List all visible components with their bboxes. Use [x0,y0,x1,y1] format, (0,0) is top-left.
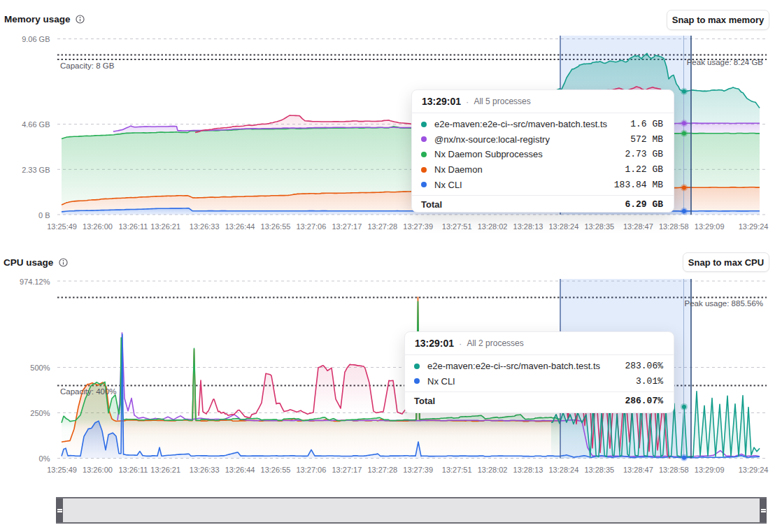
svg-text:Peak usage: 8.24 GB: Peak usage: 8.24 GB [687,58,764,66]
svg-text:2.33 GB: 2.33 GB [22,166,50,174]
svg-text:Peak usage: 885.56%: Peak usage: 885.56% [684,299,763,308]
svg-text:13:29:24: 13:29:24 [739,222,769,231]
svg-text:13:28:13: 13:28:13 [513,222,543,231]
svg-text:13:27:28: 13:27:28 [367,222,397,231]
svg-text:13:27:51: 13:27:51 [442,466,472,474]
svg-text:13:26:21: 13:26:21 [150,466,180,474]
svg-text:13:29:09: 13:29:09 [695,222,725,231]
svg-text:13:26:55: 13:26:55 [261,466,291,474]
svg-text:13:28:58: 13:28:58 [659,466,689,474]
svg-text:13:26:33: 13:26:33 [190,466,220,474]
svg-text:500%: 500% [30,364,50,372]
svg-text:13:28:13: 13:28:13 [513,466,543,474]
svg-text:13:27:28: 13:27:28 [367,466,397,474]
svg-text:Capacity: 400%: Capacity: 400% [60,387,117,396]
svg-text:13:27:39: 13:27:39 [403,222,433,231]
svg-text:13:27:17: 13:27:17 [332,222,362,231]
svg-text:13:26:33: 13:26:33 [190,222,220,231]
svg-text:13:28:47: 13:28:47 [623,222,653,231]
svg-text:0%: 0% [39,454,50,463]
svg-text:13:29:09: 13:29:09 [695,466,725,474]
svg-text:13:27:06: 13:27:06 [296,222,326,231]
svg-text:974.12%: 974.12% [20,278,50,286]
svg-text:13:27:39: 13:27:39 [403,466,433,474]
svg-text:4.66 GB: 4.66 GB [22,120,50,129]
svg-text:13:26:44: 13:26:44 [225,466,255,474]
svg-text:13:27:06: 13:27:06 [296,466,326,474]
svg-text:13:26:44: 13:26:44 [225,222,255,231]
svg-text:13:28:02: 13:28:02 [478,466,508,474]
svg-text:13:27:17: 13:27:17 [332,466,362,474]
svg-text:9.06 GB: 9.06 GB [22,35,50,43]
svg-text:13:28:58: 13:28:58 [659,222,689,231]
svg-text:Capacity: 8 GB: Capacity: 8 GB [60,62,115,70]
svg-text:13:28:24: 13:28:24 [548,466,578,474]
svg-text:13:26:11: 13:26:11 [118,466,148,474]
svg-text:250%: 250% [30,409,50,417]
svg-text:13:26:00: 13:26:00 [83,466,113,474]
svg-text:13:28:35: 13:28:35 [584,222,614,231]
svg-text:13:28:35: 13:28:35 [584,466,614,474]
svg-text:13:26:11: 13:26:11 [118,222,148,231]
svg-text:13:28:02: 13:28:02 [478,222,508,231]
svg-text:13:25:49: 13:25:49 [47,466,77,474]
svg-text:13:29:24: 13:29:24 [739,466,769,474]
svg-text:13:28:24: 13:28:24 [548,222,578,231]
svg-text:13:25:49: 13:25:49 [47,222,77,231]
svg-text:13:26:55: 13:26:55 [261,222,291,231]
svg-text:13:26:21: 13:26:21 [150,222,180,231]
svg-text:13:27:51: 13:27:51 [442,222,472,231]
svg-text:0 B: 0 B [38,211,50,220]
svg-text:13:28:47: 13:28:47 [623,466,653,474]
svg-text:13:26:00: 13:26:00 [83,222,113,231]
